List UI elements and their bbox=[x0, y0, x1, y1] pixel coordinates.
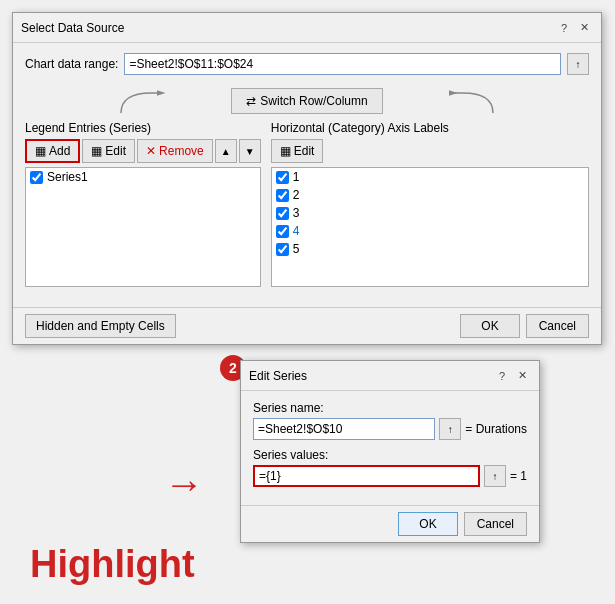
upload-icon: ↑ bbox=[576, 59, 581, 70]
edit-cancel-button[interactable]: Cancel bbox=[464, 512, 527, 536]
help-button[interactable]: ? bbox=[555, 19, 573, 37]
chart-data-range-input[interactable] bbox=[124, 53, 561, 75]
axis5-checkbox[interactable] bbox=[276, 243, 289, 256]
axis-label-item-3[interactable]: 3 bbox=[272, 204, 588, 222]
remove-series-button[interactable]: ✕ Remove bbox=[137, 139, 213, 163]
edit-ok-button[interactable]: OK bbox=[398, 512, 457, 536]
series-name-upload-icon: ↑ bbox=[448, 424, 453, 435]
series-values-upload-icon: ↑ bbox=[492, 471, 497, 482]
series-values-label: Series values: bbox=[253, 448, 527, 462]
add-table-icon: ▦ bbox=[35, 144, 46, 158]
axis-toolbar: ▦ Edit bbox=[271, 139, 589, 163]
main-ok-button[interactable]: OK bbox=[460, 314, 519, 338]
main-dialog-body: Chart data range: ↑ ⇄ Switch Row/Column bbox=[13, 43, 601, 307]
series-list[interactable]: Series1 bbox=[25, 167, 261, 287]
arrow-up-icon: ▲ bbox=[221, 146, 231, 157]
series-values-upload-button[interactable]: ↑ bbox=[484, 465, 506, 487]
series-values-row: Series values: ↑ = 1 bbox=[253, 448, 527, 487]
series-name-input[interactable] bbox=[253, 418, 435, 440]
axis3-value: 3 bbox=[293, 206, 300, 220]
axis1-checkbox[interactable] bbox=[276, 171, 289, 184]
footer-right-buttons: OK Cancel bbox=[460, 314, 589, 338]
highlight-label: Highlight bbox=[30, 543, 195, 586]
legend-toolbar: ▦ Add ▦ Edit ✕ Remove ▲ ▼ bbox=[25, 139, 261, 163]
hidden-empty-cells-button[interactable]: Hidden and Empty Cells bbox=[25, 314, 176, 338]
edit-titlebar-icons: ? ✕ bbox=[493, 367, 531, 385]
edit-dialog-title: Edit Series bbox=[249, 369, 307, 383]
switch-row-column-button[interactable]: ⇄ Switch Row/Column bbox=[231, 88, 382, 114]
titlebar-icons: ? ✕ bbox=[555, 19, 593, 37]
axis-labels-list[interactable]: 1 2 3 4 5 bbox=[271, 167, 589, 287]
left-curved-arrow bbox=[111, 85, 231, 117]
series-name-upload-button[interactable]: ↑ bbox=[439, 418, 461, 440]
axis2-value: 2 bbox=[293, 188, 300, 202]
edit-dialog-footer: OK Cancel bbox=[241, 505, 539, 542]
arrow-down-icon: ▼ bbox=[245, 146, 255, 157]
curved-arrows-area: ⇄ Switch Row/Column bbox=[25, 85, 589, 117]
switch-icon: ⇄ bbox=[246, 94, 256, 108]
remove-icon: ✕ bbox=[146, 144, 156, 158]
main-dialog-title: Select Data Source bbox=[21, 21, 124, 35]
axis4-checkbox[interactable] bbox=[276, 225, 289, 238]
axis1-value: 1 bbox=[293, 170, 300, 184]
axis-labels-panel: Horizontal (Category) Axis Labels ▦ Edit… bbox=[271, 121, 589, 287]
series-name-input-row: ↑ = Durations bbox=[253, 418, 527, 440]
axis-label-item-1[interactable]: 1 bbox=[272, 168, 588, 186]
edit-table-icon: ▦ bbox=[91, 144, 102, 158]
select-data-source-dialog: Select Data Source ? ✕ Chart data range:… bbox=[12, 12, 602, 345]
main-dialog-footer: Hidden and Empty Cells OK Cancel bbox=[13, 307, 601, 344]
arrow-right: → bbox=[164, 464, 204, 504]
axis3-checkbox[interactable] bbox=[276, 207, 289, 220]
axis4-value: 4 bbox=[293, 224, 300, 238]
edit-help-button[interactable]: ? bbox=[493, 367, 511, 385]
edit-axis-button[interactable]: ▦ Edit bbox=[271, 139, 324, 163]
series-name-equals: = Durations bbox=[465, 422, 527, 436]
series-name-label: Series name: bbox=[253, 401, 527, 415]
add-series-button[interactable]: ▦ Add bbox=[25, 139, 80, 163]
panels-row: Legend Entries (Series) ▦ Add ▦ Edit ✕ R… bbox=[25, 121, 589, 287]
axis2-checkbox[interactable] bbox=[276, 189, 289, 202]
main-cancel-button[interactable]: Cancel bbox=[526, 314, 589, 338]
series-values-equals: = 1 bbox=[510, 469, 527, 483]
move-down-button[interactable]: ▼ bbox=[239, 139, 261, 163]
edit-close-button[interactable]: ✕ bbox=[513, 367, 531, 385]
close-button[interactable]: ✕ bbox=[575, 19, 593, 37]
list-item[interactable]: Series1 bbox=[26, 168, 260, 186]
series-values-input[interactable] bbox=[253, 465, 480, 487]
axis-label-item-4[interactable]: 4 bbox=[272, 222, 588, 240]
edit-series-dialog: Edit Series ? ✕ Series name: ↑ = Duratio… bbox=[240, 360, 540, 543]
series-values-input-row: ↑ = 1 bbox=[253, 465, 527, 487]
chart-data-range-row: Chart data range: ↑ bbox=[25, 53, 589, 75]
chart-data-range-label: Chart data range: bbox=[25, 57, 118, 71]
legend-entries-header: Legend Entries (Series) bbox=[25, 121, 261, 135]
move-up-button[interactable]: ▲ bbox=[215, 139, 237, 163]
axis-labels-header: Horizontal (Category) Axis Labels bbox=[271, 121, 589, 135]
edit-dialog-titlebar: Edit Series ? ✕ bbox=[241, 361, 539, 391]
series1-checkbox[interactable] bbox=[30, 171, 43, 184]
edit-dialog-body: Series name: ↑ = Durations Series values… bbox=[241, 391, 539, 505]
edit-series-button[interactable]: ▦ Edit bbox=[82, 139, 135, 163]
series1-label: Series1 bbox=[47, 170, 88, 184]
axis5-value: 5 bbox=[293, 242, 300, 256]
series-name-row: Series name: ↑ = Durations bbox=[253, 401, 527, 440]
main-dialog-titlebar: Select Data Source ? ✕ bbox=[13, 13, 601, 43]
right-curved-arrow bbox=[383, 85, 503, 117]
axis-label-item-5[interactable]: 5 bbox=[272, 240, 588, 258]
chart-range-upload-button[interactable]: ↑ bbox=[567, 53, 589, 75]
axis-label-item-2[interactable]: 2 bbox=[272, 186, 588, 204]
legend-entries-panel: Legend Entries (Series) ▦ Add ▦ Edit ✕ R… bbox=[25, 121, 261, 287]
axis-edit-table-icon: ▦ bbox=[280, 144, 291, 158]
